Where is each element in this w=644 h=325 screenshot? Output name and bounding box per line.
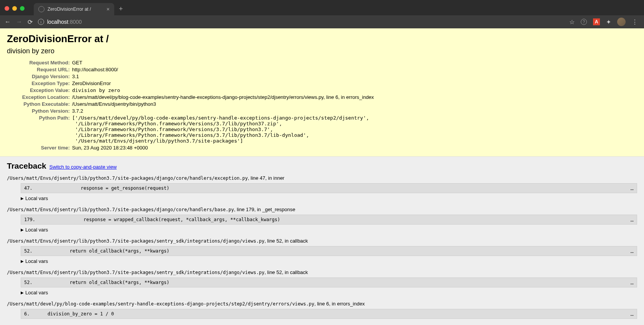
- browser-menu-icon[interactable]: ⋮: [632, 18, 638, 26]
- code-line[interactable]: 179. response = wrapped_callback(request…: [21, 215, 637, 225]
- new-tab-button[interactable]: +: [114, 3, 128, 15]
- expand-context-icon[interactable]: …: [628, 185, 634, 191]
- label-python-executable: Python Executable:: [7, 100, 72, 107]
- label-exception-value: Exception Value:: [7, 87, 72, 94]
- window-close-button[interactable]: [5, 6, 9, 11]
- value-request-method: GET: [72, 59, 374, 66]
- local-vars-toggle[interactable]: Local vars: [21, 290, 637, 295]
- code-line[interactable]: 52. return old_callback(*args, **kwargs)…: [21, 277, 637, 287]
- local-vars-toggle[interactable]: Local vars: [21, 227, 637, 233]
- exception-message: division by zero: [7, 47, 637, 55]
- help-icon[interactable]: ?: [581, 19, 587, 25]
- site-info-icon[interactable]: i: [38, 19, 44, 25]
- close-icon[interactable]: ×: [107, 6, 110, 12]
- row-python-path: Python Path: ['/Users/matt/devel/py/blog…: [7, 114, 374, 144]
- value-server-time: Sun, 23 Aug 2020 18:23:48 +0000: [72, 144, 374, 151]
- label-server-time: Server time:: [7, 144, 72, 151]
- value-python-version: 3.7.2: [72, 107, 374, 114]
- value-python-path: ['/Users/matt/devel/py/blog-code-example…: [72, 114, 374, 144]
- value-django-version: 3.1: [72, 73, 374, 80]
- traceback-frame: /Users/matt/Envs/djsentry/lib/python3.7/…: [7, 269, 637, 295]
- extension-badge[interactable]: A: [593, 18, 600, 25]
- code-line[interactable]: 6. division_by_zero = 1 / 0…: [21, 309, 637, 319]
- expand-context-icon[interactable]: …: [628, 217, 634, 223]
- value-python-executable: /Users/matt/Envs/djsentry/bin/python3: [72, 100, 374, 107]
- label-python-version: Python Version:: [7, 107, 72, 114]
- url-text: localhost:8000: [47, 19, 82, 25]
- local-vars-toggle[interactable]: Local vars: [21, 195, 637, 201]
- traceback-frame: /Users/matt/Envs/djsentry/lib/python3.7/…: [7, 175, 637, 201]
- expand-context-icon[interactable]: …: [628, 311, 634, 317]
- frame-location: /Users/matt/Envs/djsentry/lib/python3.7/…: [7, 238, 637, 244]
- window-maximize-button[interactable]: [20, 6, 25, 11]
- value-request-url: http://localhost:8000/: [72, 66, 374, 73]
- code-line[interactable]: 52. return old_callback(*args, **kwargs)…: [21, 246, 637, 256]
- label-django-version: Django Version:: [7, 73, 72, 80]
- code-line[interactable]: 47. response = get_response(request)…: [21, 183, 637, 193]
- frame-location: /Users/matt/Envs/djsentry/lib/python3.7/…: [7, 269, 637, 275]
- value-exception-value: division by zero: [72, 87, 374, 94]
- reload-button[interactable]: ⟳: [28, 18, 33, 26]
- page-title: ZeroDivisionError at /: [7, 33, 637, 45]
- traceback-frame: /Users/matt/Envs/djsentry/lib/python3.7/…: [7, 238, 637, 264]
- row-python-version: Python Version: 3.7.2: [7, 107, 374, 114]
- row-django-version: Django Version: 3.1: [7, 73, 374, 80]
- line-number: 179.: [24, 217, 36, 222]
- code-text: division_by_zero = 1 / 0: [36, 311, 628, 317]
- window-minimize-button[interactable]: [12, 6, 17, 11]
- address-bar[interactable]: i localhost:8000: [38, 19, 564, 25]
- line-number: 47.: [24, 185, 36, 191]
- value-exception-type: ZeroDivisionError: [72, 80, 374, 87]
- expand-context-icon[interactable]: …: [628, 279, 634, 286]
- line-number: 6.: [24, 311, 36, 317]
- line-number: 52.: [24, 280, 36, 285]
- extensions-icon[interactable]: ✦: [606, 18, 611, 26]
- profile-avatar[interactable]: [617, 18, 626, 26]
- traceback-heading: Traceback: [7, 161, 46, 171]
- local-vars-toggle[interactable]: Local vars: [21, 258, 637, 264]
- summary-table: Request Method: GET Request URL: http://…: [7, 59, 374, 151]
- traceback-frame: /Users/matt/Envs/djsentry/lib/python3.7/…: [7, 207, 637, 233]
- frame-location: /Users/matt/Envs/djsentry/lib/python3.7/…: [7, 207, 637, 212]
- frames-list: /Users/matt/Envs/djsentry/lib/python3.7/…: [7, 175, 637, 319]
- back-button[interactable]: ←: [5, 18, 11, 25]
- switch-view-link[interactable]: Switch to copy-and-paste view: [49, 164, 117, 170]
- browser-tab[interactable]: ZeroDivisionError at / ×: [34, 3, 114, 15]
- page-content: ZeroDivisionError at / division by zero …: [0, 28, 644, 325]
- value-exception-location: /Users/matt/devel/py/blog-code-examples/…: [72, 94, 374, 100]
- row-python-executable: Python Executable: /Users/matt/Envs/djse…: [7, 100, 374, 107]
- browser-tab-bar: ZeroDivisionError at / × +: [0, 0, 644, 15]
- traceback-section: Traceback Switch to copy-and-paste view …: [0, 157, 644, 325]
- row-server-time: Server time: Sun, 23 Aug 2020 18:23:48 +…: [7, 144, 374, 151]
- frame-location: /Users/matt/devel/py/blog-code-examples/…: [7, 301, 637, 307]
- error-summary: ZeroDivisionError at / division by zero …: [0, 28, 644, 157]
- row-exception-type: Exception Type: ZeroDivisionError: [7, 80, 374, 87]
- row-exception-value: Exception Value: division by zero: [7, 87, 374, 94]
- traceback-frame: /Users/matt/devel/py/blog-code-examples/…: [7, 301, 637, 319]
- label-exception-type: Exception Type:: [7, 80, 72, 87]
- code-text: return old_callback(*args, **kwargs): [36, 248, 628, 254]
- label-exception-location: Exception Location:: [7, 94, 72, 100]
- window-controls: [5, 6, 28, 15]
- line-number: 52.: [24, 248, 36, 254]
- toolbar-right: ☆ ? A ✦ ⋮: [569, 18, 639, 26]
- frame-location: /Users/matt/Envs/djsentry/lib/python3.7/…: [7, 175, 637, 181]
- label-request-url: Request URL:: [7, 66, 72, 73]
- traceback-header: Traceback Switch to copy-and-paste view: [7, 161, 637, 171]
- label-request-method: Request Method:: [7, 59, 72, 66]
- tab-strip: ZeroDivisionError at / × +: [34, 0, 128, 15]
- label-python-path: Python Path:: [7, 114, 72, 144]
- row-request-url: Request URL: http://localhost:8000/: [7, 66, 374, 73]
- globe-icon: [38, 6, 44, 12]
- row-exception-location: Exception Location: /Users/matt/devel/py…: [7, 94, 374, 100]
- forward-button[interactable]: →: [16, 18, 22, 25]
- code-text: response = wrapped_callback(request, *ca…: [36, 217, 628, 222]
- expand-context-icon[interactable]: …: [628, 248, 634, 254]
- code-text: return old_callback(*args, **kwargs): [36, 280, 628, 285]
- code-text: response = get_response(request): [36, 185, 628, 191]
- browser-toolbar: ← → ⟳ i localhost:8000 ☆ ? A ✦ ⋮: [0, 15, 644, 28]
- tab-title: ZeroDivisionError at /: [48, 7, 104, 12]
- row-request-method: Request Method: GET: [7, 59, 374, 66]
- bookmark-star-icon[interactable]: ☆: [569, 18, 575, 26]
